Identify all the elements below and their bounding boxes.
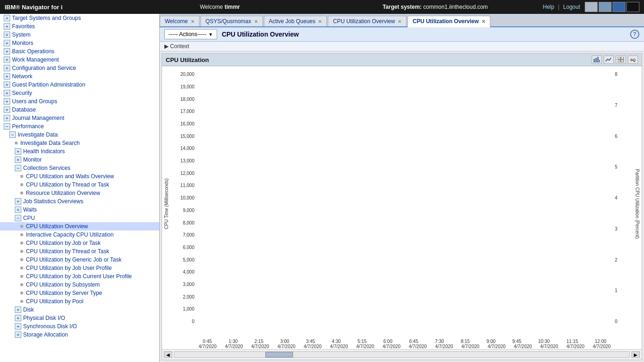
sidebar-item[interactable]: CPU Utilization by Job User Profile: [0, 264, 159, 272]
svg-point-136: [331, 172, 335, 176]
sidebar-item[interactable]: +Security: [0, 89, 159, 97]
context-bar[interactable]: ▶ Context: [160, 42, 644, 51]
svg-rect-91: [384, 237, 389, 336]
sidebar-item[interactable]: +System: [0, 31, 159, 39]
sidebar-item[interactable]: CPU Utilization by Job Current User Prof…: [0, 272, 159, 281]
expand-icon: +: [15, 306, 21, 313]
tab-close-icon[interactable]: ✕: [254, 19, 258, 24]
sidebar-item[interactable]: +Monitors: [0, 39, 159, 47]
leaf-icon: [20, 250, 23, 253]
svg-point-131: [266, 162, 270, 166]
sidebar-item[interactable]: Resource Utilization Overview: [0, 189, 159, 197]
y-tick-right: 6: [615, 134, 631, 139]
sidebar-item-label: CPU Utilization by Job Current User Prof…: [26, 273, 132, 280]
svg-rect-123: [593, 237, 598, 336]
y-tick-left: 10,000: [172, 195, 194, 200]
sidebar-item[interactable]: CPU Utilization by Thread or Task: [0, 247, 159, 256]
svg-rect-83: [332, 237, 338, 336]
sidebar-item-label: Investigate Data: [18, 131, 58, 138]
sidebar-item[interactable]: Interactive Capacity CPU Utilization: [0, 231, 159, 239]
tab-welcome[interactable]: Welcome✕: [160, 16, 200, 26]
sidebar-item-label: CPU Utilization by Generic Job or Task: [26, 256, 122, 263]
username: timmr: [225, 4, 240, 10]
sidebar-item-label: CPU Utilization by Subsystem: [26, 281, 100, 288]
sidebar-item[interactable]: +Work Management: [0, 56, 159, 64]
sidebar-item[interactable]: +Database: [0, 106, 159, 114]
sidebar-item[interactable]: +Synchronous Disk I/O: [0, 322, 159, 331]
sidebar-item[interactable]: CPU Utilization by Generic Job or Task: [0, 256, 159, 264]
sidebar-item[interactable]: +Monitor: [0, 156, 159, 164]
scroll-right-btn[interactable]: ▶: [631, 351, 640, 358]
tab-close-icon[interactable]: ✕: [191, 19, 194, 24]
sidebar-item[interactable]: +Storage Allocation: [0, 331, 159, 339]
svg-rect-63: [202, 217, 207, 336]
sidebar-item[interactable]: +Configuration and Service: [0, 64, 159, 72]
svg-rect-66: [223, 237, 228, 336]
sidebar-item[interactable]: −Performance: [0, 122, 159, 131]
sidebar-item[interactable]: +Journal Management: [0, 114, 159, 122]
x-time-label: 3:00: [280, 339, 289, 344]
scroll-track[interactable]: [174, 351, 630, 358]
svg-rect-112: [522, 263, 527, 336]
svg-point-153: [552, 195, 556, 199]
logout-link[interactable]: Logout: [563, 4, 580, 10]
sidebar-item[interactable]: +Job Statistics Overviews: [0, 197, 159, 206]
sidebar-item[interactable]: +Health Indicators: [0, 147, 159, 156]
tab-active-jobs[interactable]: Active Job Queues✕: [264, 16, 327, 26]
chart-bar-icon[interactable]: [592, 56, 602, 64]
sidebar-item[interactable]: CPU Utilization by Job or Task: [0, 239, 159, 247]
sidebar-item[interactable]: +Target Systems and Groups: [0, 14, 159, 22]
sidebar-item[interactable]: +Disk: [0, 306, 159, 314]
x-time-label: 1:30: [229, 339, 238, 344]
x-time-label: 10:30: [538, 339, 550, 344]
sidebar-item[interactable]: +Basic Operations: [0, 47, 159, 56]
chart-grid-icon[interactable]: [616, 56, 626, 64]
svg-rect-3: [599, 60, 600, 62]
help-link[interactable]: Help: [543, 4, 555, 10]
x-time-label: 3:45: [306, 339, 315, 344]
tab-close-icon[interactable]: ✕: [398, 19, 401, 24]
expand-icon: +: [4, 98, 10, 105]
sidebar-item[interactable]: CPU Utilization by Thread or Task: [0, 181, 159, 189]
svg-rect-118: [562, 243, 567, 336]
sidebar-item[interactable]: CPU Utilization Overview: [0, 222, 159, 231]
sidebar-item[interactable]: +Users and Groups: [0, 97, 159, 106]
sidebar-item[interactable]: +Favorites: [0, 22, 159, 31]
leaf-icon: [20, 225, 23, 228]
sidebar-item[interactable]: Investigate Data Search: [0, 139, 159, 147]
tab-qsys[interactable]: QSYS/Qusrnomax✕: [200, 16, 263, 26]
target-system: Target system: common1.iinthecloud.com: [328, 4, 543, 10]
chart-line-icon[interactable]: [604, 56, 614, 64]
sidebar-item[interactable]: +Network: [0, 72, 159, 81]
sidebar-item[interactable]: +Waits: [0, 206, 159, 214]
sidebar-item[interactable]: CPU Utilization by Pool: [0, 297, 159, 306]
sidebar-item[interactable]: CPU Utilization and Waits Overview: [0, 172, 159, 181]
svg-point-149: [500, 192, 504, 196]
sidebar-item[interactable]: −CPU: [0, 214, 159, 222]
tab-cpu-overview2[interactable]: CPU Utilization Overview✕: [407, 16, 490, 27]
y-tick-right: 5: [615, 164, 631, 169]
y-tick-left: 1,000: [172, 306, 194, 312]
sidebar-item[interactable]: CPU Utilization by Server Type: [0, 289, 159, 297]
svg-rect-102: [457, 171, 463, 336]
sidebar-item[interactable]: +Physical Disk I/O: [0, 314, 159, 322]
tab-close-icon[interactable]: ✕: [481, 19, 485, 24]
scroll-left-btn[interactable]: ◀: [164, 351, 172, 358]
tab-close-icon[interactable]: ✕: [318, 19, 322, 24]
actions-dropdown[interactable]: ----- Actions----- ▼: [164, 29, 217, 39]
expand-icon: +: [15, 198, 21, 205]
scroll-thumb[interactable]: [265, 352, 293, 357]
page-title: CPU Utilization Overview: [222, 31, 299, 38]
chart-sq-icon[interactable]: SQ: [628, 56, 638, 64]
svg-rect-107: [488, 211, 494, 336]
svg-rect-80: [314, 230, 319, 336]
sidebar-item[interactable]: −Investigate Data: [0, 131, 159, 139]
sidebar-item[interactable]: +Guest Partition Administration: [0, 81, 159, 89]
page-help-icon[interactable]: ?: [630, 30, 639, 39]
svg-rect-101: [450, 237, 455, 336]
sidebar-item[interactable]: CPU Utilization by Subsystem: [0, 281, 159, 289]
leaf-icon: [15, 142, 18, 144]
svg-point-145: [448, 169, 452, 173]
tab-cpu-overview1[interactable]: CPU Utilization Overview✕: [328, 16, 406, 26]
sidebar-item[interactable]: −Collection Services: [0, 164, 159, 172]
